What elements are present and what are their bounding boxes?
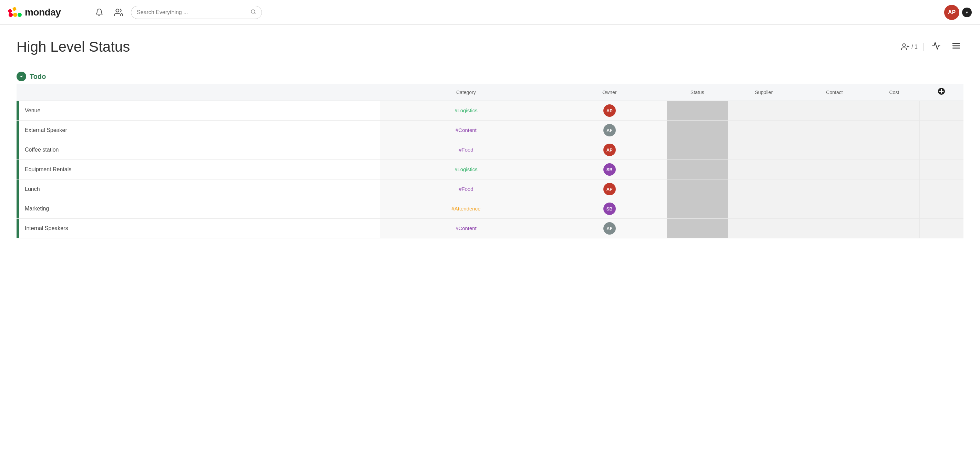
row-name-cell-3[interactable]: Equipment Rentals: [16, 160, 380, 180]
row-category-cell-1[interactable]: #Content: [380, 121, 552, 140]
group-header-row: Todo: [16, 69, 964, 84]
status-block: [667, 180, 727, 199]
row-contact-cell-4[interactable]: [800, 180, 869, 199]
row-supplier-cell-3[interactable]: [728, 160, 800, 180]
row-category-cell-5[interactable]: #Attendence: [380, 199, 552, 219]
row-status-cell-5[interactable]: [667, 199, 728, 219]
row-status-cell-3[interactable]: [667, 160, 728, 180]
row-supplier-cell-0[interactable]: [728, 101, 800, 121]
status-block: [667, 219, 727, 238]
row-cost-cell-4[interactable]: [869, 180, 920, 199]
col-supplier-header: Supplier: [728, 84, 800, 101]
row-supplier-cell-5[interactable]: [728, 199, 800, 219]
people-button[interactable]: [111, 5, 126, 19]
row-category-cell-4[interactable]: #Food: [380, 180, 552, 199]
notifications-button[interactable]: [92, 5, 106, 19]
row-owner-cell-2[interactable]: AP: [552, 140, 667, 160]
table-row[interactable]: Lunch #Food AP: [16, 180, 964, 199]
col-contact-header: Contact: [800, 84, 869, 101]
row-name-cell-0[interactable]: Venue: [16, 101, 380, 121]
search-submit-button[interactable]: [250, 9, 256, 16]
row-name-cell-4[interactable]: Lunch: [16, 180, 380, 199]
col-add-header[interactable]: [920, 84, 964, 101]
activity-button[interactable]: [929, 38, 943, 55]
owner-avatar: AF: [603, 124, 616, 137]
table-row[interactable]: Marketing #Attendence SB: [16, 199, 964, 219]
table-row[interactable]: Internal Speakers #Content AF: [16, 219, 964, 239]
row-status-cell-1[interactable]: [667, 121, 728, 140]
row-cost-cell-6[interactable]: [869, 219, 920, 239]
row-cost-cell-2[interactable]: [869, 140, 920, 160]
header-right: AP ▾: [944, 5, 972, 20]
row-extra-cell-2: [920, 140, 964, 160]
row-name-cell-1[interactable]: External Speaker: [16, 121, 380, 140]
row-extra-cell-3: [920, 160, 964, 180]
row-category-cell-6[interactable]: #Content: [380, 219, 552, 239]
logo-area: monday: [8, 0, 84, 24]
row-name-text: Equipment Rentals: [25, 161, 71, 178]
row-cost-cell-5[interactable]: [869, 199, 920, 219]
row-supplier-cell-6[interactable]: [728, 219, 800, 239]
row-status-cell-4[interactable]: [667, 180, 728, 199]
invitee-count-text: / 1: [912, 44, 918, 50]
row-status-cell-2[interactable]: [667, 140, 728, 160]
user-dropdown-button[interactable]: ▾: [962, 8, 972, 17]
status-block: [667, 199, 727, 218]
status-block: [667, 121, 727, 140]
owner-avatar: AP: [603, 183, 616, 195]
owner-avatar: AP: [603, 104, 616, 117]
table-row[interactable]: Equipment Rentals #Logistics SB: [16, 160, 964, 180]
table-row[interactable]: External Speaker #Content AF: [16, 121, 964, 140]
table-row[interactable]: Venue #Logistics AP: [16, 101, 964, 121]
row-cost-cell-1[interactable]: [869, 121, 920, 140]
row-category-cell-0[interactable]: #Logistics: [380, 101, 552, 121]
row-cost-cell-3[interactable]: [869, 160, 920, 180]
row-name-text: Lunch: [25, 180, 40, 198]
row-extra-cell-1: [920, 121, 964, 140]
row-owner-cell-4[interactable]: AP: [552, 180, 667, 199]
row-name-text: Coffee station: [25, 141, 59, 159]
row-category-cell-2[interactable]: #Food: [380, 140, 552, 160]
row-name-cell-2[interactable]: Coffee station: [16, 140, 380, 160]
row-cost-cell-0[interactable]: [869, 101, 920, 121]
row-owner-cell-3[interactable]: SB: [552, 160, 667, 180]
row-contact-cell-3[interactable]: [800, 160, 869, 180]
row-color-bar: [16, 160, 19, 179]
row-owner-cell-0[interactable]: AP: [552, 101, 667, 121]
row-owner-cell-6[interactable]: AF: [552, 219, 667, 239]
row-contact-cell-5[interactable]: [800, 199, 869, 219]
row-name-text: Venue: [25, 102, 40, 119]
menu-button[interactable]: [949, 38, 964, 55]
row-category-cell-3[interactable]: #Logistics: [380, 160, 552, 180]
table-row[interactable]: Coffee station #Food AP: [16, 140, 964, 160]
user-avatar: AP: [944, 5, 959, 20]
group-chevron-icon: [16, 72, 26, 81]
row-contact-cell-6[interactable]: [800, 219, 869, 239]
row-status-cell-6[interactable]: [667, 219, 728, 239]
row-name-cell-5[interactable]: Marketing: [16, 199, 380, 219]
row-contact-cell-1[interactable]: [800, 121, 869, 140]
row-name-text: Marketing: [25, 200, 49, 217]
row-owner-cell-5[interactable]: SB: [552, 199, 667, 219]
row-name-cell-6[interactable]: Internal Speakers: [16, 219, 380, 239]
row-color-bar: [16, 121, 19, 140]
row-contact-cell-0[interactable]: [800, 101, 869, 121]
row-contact-cell-2[interactable]: [800, 140, 869, 160]
logo-icon: [8, 7, 22, 17]
row-color-bar: [16, 180, 19, 199]
row-owner-cell-1[interactable]: AF: [552, 121, 667, 140]
category-tag: #Food: [459, 147, 474, 153]
group-name: Todo: [30, 73, 46, 81]
group-label[interactable]: Todo: [16, 72, 964, 81]
row-supplier-cell-1[interactable]: [728, 121, 800, 140]
search-input[interactable]: [137, 9, 250, 16]
row-supplier-cell-2[interactable]: [728, 140, 800, 160]
search-bar[interactable]: [131, 6, 262, 19]
row-color-bar: [16, 140, 19, 159]
owner-avatar: SB: [603, 163, 616, 176]
row-supplier-cell-4[interactable]: [728, 180, 800, 199]
status-block: [667, 160, 727, 179]
add-column-button[interactable]: [938, 87, 945, 97]
col-category-header: Category: [380, 84, 552, 101]
row-status-cell-0[interactable]: [667, 101, 728, 121]
